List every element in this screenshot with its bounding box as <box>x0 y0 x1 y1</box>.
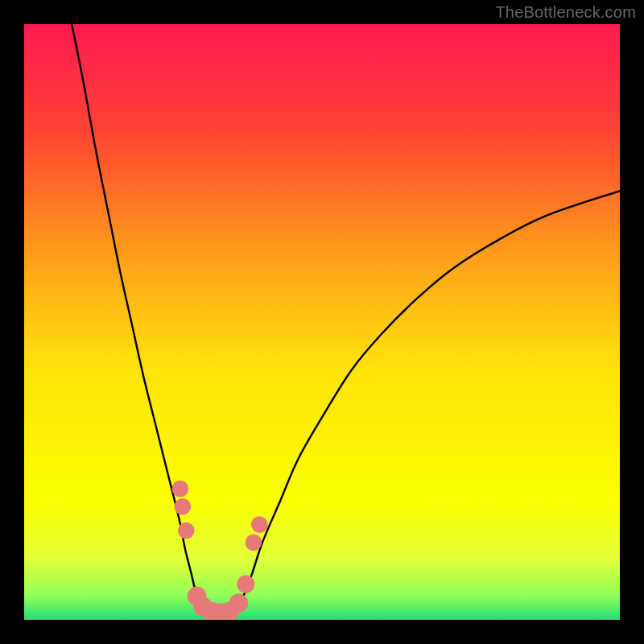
data-marker <box>178 522 195 539</box>
data-marker <box>229 593 249 613</box>
plot-svg <box>24 24 620 620</box>
data-marker <box>172 481 189 497</box>
data-marker <box>174 498 191 515</box>
data-marker <box>246 534 262 551</box>
chart-frame: TheBottleneck.com <box>0 0 644 644</box>
watermark-text: TheBottleneck.com <box>495 3 636 22</box>
gradient-background <box>24 24 620 620</box>
plot-area <box>24 24 620 620</box>
data-marker <box>251 516 268 533</box>
data-marker <box>237 576 254 593</box>
